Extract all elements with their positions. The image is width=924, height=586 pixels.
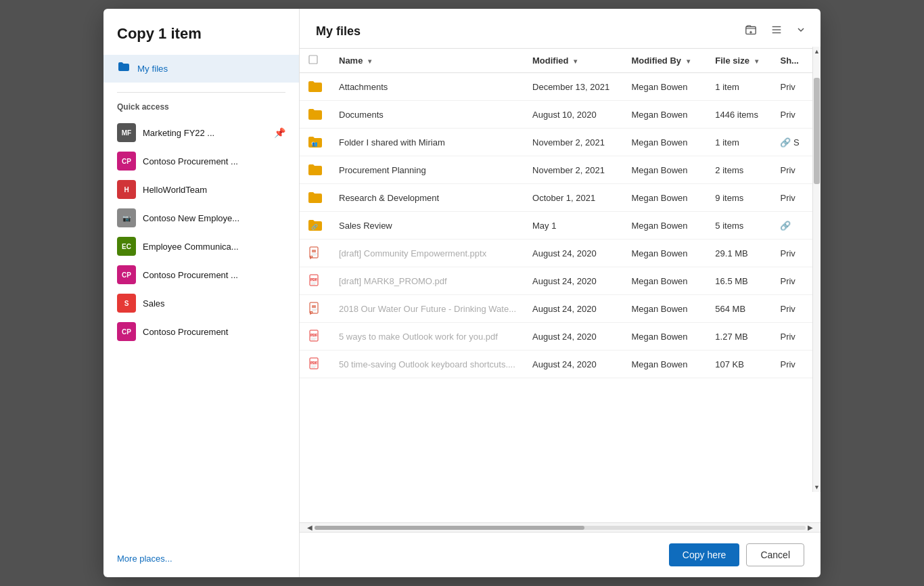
scroll-down-btn[interactable]: ▼: [814, 482, 820, 492]
sidebar-item-ec[interactable]: ECEmployee Communica...: [103, 232, 299, 261]
sidebar-item-label-mf: Marketing FY22 ...: [143, 128, 267, 138]
row-modified-by-cell: Megan Bowen: [623, 240, 707, 267]
table-row[interactable]: 🔗 Sales ReviewMay 1Megan Bowen5 items🔗: [300, 212, 821, 240]
row-checkbox-cell: [300, 73, 331, 101]
row-name-cell[interactable]: 50 time-saving Outlook keyboard shortcut…: [331, 351, 524, 378]
table-row[interactable]: P [draft] Community Empowerment.pptxAugu…: [300, 240, 821, 267]
file-name-text: 2018 Our Water Our Future - Drinking Wat…: [339, 304, 516, 314]
table-row[interactable]: PDF 50 time-saving Outlook keyboard shor…: [300, 351, 821, 378]
sidebar-item-label-cp2: Contoso Procurement ...: [143, 270, 285, 280]
scroll-right-btn[interactable]: ▶: [806, 524, 815, 531]
sidebar-item-img[interactable]: 📷Contoso New Employe...: [103, 204, 299, 232]
sidebar-item-cp3[interactable]: CPContoso Procurement: [103, 317, 299, 346]
row-name-cell[interactable]: 2018 Our Water Our Future - Drinking Wat…: [331, 295, 524, 323]
row-modified-cell: August 10, 2020: [524, 101, 623, 129]
table-row[interactable]: Research & DevelopmentOctober 1, 2021Meg…: [300, 184, 821, 212]
svg-text:🔗: 🔗: [311, 223, 318, 230]
name-sort-icon: ▾: [368, 58, 371, 65]
row-name-cell[interactable]: Attachments: [331, 73, 524, 101]
row-checkbox-cell: PDF: [300, 267, 331, 295]
scroll-up-btn[interactable]: ▲: [814, 47, 820, 56]
table-row[interactable]: DocumentsAugust 10, 2020Megan Bowen1446 …: [300, 101, 821, 129]
row-checkbox-cell: [300, 184, 331, 212]
file-name-text: Research & Development: [339, 193, 439, 203]
avatar-cp2: CP: [117, 265, 136, 284]
row-modified-cell: August 24, 2020: [524, 351, 623, 378]
row-modified-cell: August 24, 2020: [524, 240, 623, 267]
row-name-cell[interactable]: Research & Development: [331, 184, 524, 212]
my-files-folder-icon: [117, 60, 131, 77]
avatar-img: 📷: [117, 208, 136, 227]
col-header-modified[interactable]: Modified ▾: [524, 49, 623, 73]
col-header-modified-by[interactable]: Modified By ▾: [623, 49, 707, 73]
vertical-scrollbar[interactable]: ▲ ▼: [812, 47, 821, 492]
new-folder-button[interactable]: [741, 21, 761, 41]
col-header-icon: [300, 49, 331, 73]
col-header-name[interactable]: Name ▾: [331, 49, 524, 73]
svg-text:PDF: PDF: [310, 361, 317, 365]
row-name-cell[interactable]: Documents: [331, 101, 524, 129]
row-name-cell[interactable]: Procurement Planning: [331, 156, 524, 184]
more-places-link[interactable]: More places...: [103, 547, 299, 577]
avatar-cp1: CP: [117, 152, 136, 171]
row-modified-by-cell: Megan Bowen: [623, 323, 707, 351]
file-type-icon: P: [308, 246, 323, 261]
col-header-filesize[interactable]: File size ▾: [707, 49, 772, 73]
row-name-cell[interactable]: [draft] Community Empowerment.pptx: [331, 240, 524, 267]
row-modified-by-cell: Megan Bowen: [623, 351, 707, 378]
row-modified-cell: August 24, 2020: [524, 267, 623, 295]
table-row[interactable]: Procurement PlanningNovember 2, 2021Mega…: [300, 156, 821, 184]
row-modified-cell: May 1: [524, 212, 623, 240]
svg-text:PDF: PDF: [310, 333, 317, 337]
table-row[interactable]: PDF 5 ways to make Outlook work for you.…: [300, 323, 821, 351]
table-row[interactable]: P 2018 Our Water Our Future - Drinking W…: [300, 295, 821, 323]
sidebar-item-label-cp1: Contoso Procurement ...: [143, 156, 285, 166]
row-modified-cell: August 24, 2020: [524, 295, 623, 323]
view-options-button[interactable]: [766, 21, 787, 41]
svg-rect-9: [312, 250, 316, 252]
svg-text:PDF: PDF: [310, 277, 317, 281]
table-header-row: Name ▾ Modified ▾ Modified By ▾: [300, 49, 821, 73]
my-files-button[interactable]: My files: [103, 55, 299, 83]
sidebar-item-cp2[interactable]: CPContoso Procurement ...: [103, 261, 299, 289]
row-checkbox-cell: 👥: [300, 129, 331, 156]
header-actions: [741, 21, 810, 41]
row-name-cell[interactable]: Folder I shared with Miriam: [331, 129, 524, 156]
table-row[interactable]: 👥 Folder I shared with MiriamNovember 2,…: [300, 129, 821, 156]
file-name-text: Procurement Planning: [339, 165, 426, 175]
expand-button[interactable]: [792, 22, 810, 40]
row-name-cell[interactable]: Sales Review: [331, 212, 524, 240]
scroll-left-btn[interactable]: ◀: [305, 524, 315, 531]
pin-icon: 📌: [274, 127, 285, 138]
sidebar-item-cp1[interactable]: CPContoso Procurement ...: [103, 147, 299, 175]
h-scrollbar-track[interactable]: [315, 526, 806, 530]
copy-here-button[interactable]: Copy here: [669, 543, 740, 566]
modified-by-sort-icon: ▾: [687, 58, 690, 65]
row-checkbox-cell: [300, 101, 331, 129]
row-checkbox-cell: P: [300, 240, 331, 267]
horizontal-scrollbar[interactable]: ◀ ▶: [300, 522, 821, 532]
left-panel: Copy 1 item My files Quick access MFMark…: [103, 9, 300, 577]
sidebar-item-s[interactable]: SSales: [103, 289, 299, 317]
sidebar-item-mf[interactable]: MFMarketing FY22 ...📌: [103, 118, 299, 147]
cancel-button[interactable]: Cancel: [746, 543, 804, 566]
table-row[interactable]: AttachmentsDecember 13, 2021Megan Bowen1…: [300, 73, 821, 101]
row-modified-by-cell: Megan Bowen: [623, 212, 707, 240]
svg-rect-19: [312, 305, 316, 308]
h-scrollbar-thumb[interactable]: [315, 526, 584, 530]
row-name-cell[interactable]: [draft] MARK8_PROMO.pdf: [331, 267, 524, 295]
sidebar-item-h[interactable]: HHelloWorldTeam: [103, 175, 299, 204]
scroll-thumb[interactable]: [814, 78, 820, 185]
row-filesize-cell: 16.5 MB: [707, 267, 772, 295]
table-row[interactable]: PDF [draft] MARK8_PROMO.pdfAugust 24, 20…: [300, 267, 821, 295]
file-name-text: Folder I shared with Miriam: [339, 137, 445, 148]
scroll-thumb-area: [813, 56, 821, 482]
file-type-icon: [308, 190, 323, 205]
file-table: Name ▾ Modified ▾ Modified By ▾: [300, 49, 821, 378]
row-modified-by-cell: Megan Bowen: [623, 184, 707, 212]
row-name-cell[interactable]: 5 ways to make Outlook work for you.pdf: [331, 323, 524, 351]
svg-rect-4: [309, 55, 317, 64]
file-table-wrapper[interactable]: Name ▾ Modified ▾ Modified By ▾: [300, 49, 821, 522]
modal-overlay: Copy 1 item My files Quick access MFMark…: [0, 0, 924, 586]
file-name-text: 50 time-saving Outlook keyboard shortcut…: [339, 359, 515, 369]
